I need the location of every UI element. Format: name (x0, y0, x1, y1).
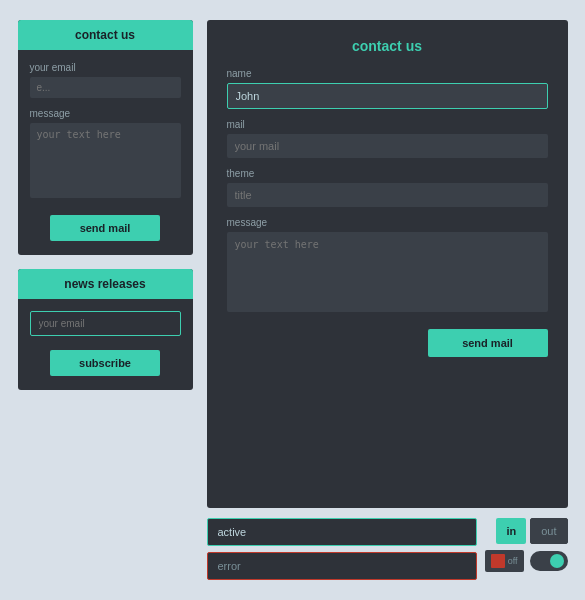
toggle-row: off (485, 550, 568, 572)
buttons-column: in out off (485, 518, 568, 572)
btn-in[interactable]: in (496, 518, 526, 544)
subscribe-button[interactable]: subscribe (50, 350, 160, 376)
message-label-large: message (227, 217, 548, 228)
send-mail-button-large[interactable]: send mail (428, 329, 548, 357)
checkbox-box (491, 554, 505, 568)
news-title: news releases (64, 277, 145, 291)
email-input-small[interactable] (30, 77, 181, 98)
contact-card-large: contact us name mail theme message send … (207, 20, 568, 508)
send-mail-button-small[interactable]: send mail (50, 215, 160, 241)
news-card-body: news releases subscribe (18, 269, 193, 390)
bottom-ui-row: in out off (207, 518, 568, 580)
contact-card-body: your email message send mail (18, 50, 193, 255)
checkbox-label: off (508, 556, 518, 566)
in-out-button-row: in out (496, 518, 567, 544)
contact-title-small: contact us (75, 28, 135, 42)
btn-out[interactable]: out (530, 518, 567, 544)
left-column: contact us your email message send mail … (18, 20, 193, 580)
message-textarea-small[interactable] (30, 123, 181, 198)
contact-title-large: contact us (227, 38, 548, 54)
active-state-input[interactable] (207, 518, 477, 546)
contact-card-header: contact us (18, 20, 193, 50)
right-column: contact us name mail theme message send … (207, 20, 568, 580)
name-label: name (227, 68, 548, 79)
error-state-input[interactable] (207, 552, 477, 580)
message-textarea-large[interactable] (227, 232, 548, 312)
theme-label: theme (227, 168, 548, 179)
main-canvas: contact us your email message send mail … (8, 10, 578, 590)
email-label-small: your email (30, 62, 181, 73)
message-label-small: message (30, 108, 181, 119)
toggle-switch[interactable] (530, 551, 568, 571)
states-column (207, 518, 477, 580)
theme-input[interactable] (227, 183, 548, 207)
news-card: news releases subscribe (18, 269, 193, 390)
checkbox-widget[interactable]: off (485, 550, 524, 572)
mail-label: mail (227, 119, 548, 130)
news-card-header: news releases (18, 269, 193, 299)
name-input[interactable] (227, 83, 548, 109)
toggle-knob (550, 554, 564, 568)
contact-card-small: contact us your email message send mail (18, 20, 193, 255)
mail-input[interactable] (227, 134, 548, 158)
news-email-input[interactable] (30, 311, 181, 336)
